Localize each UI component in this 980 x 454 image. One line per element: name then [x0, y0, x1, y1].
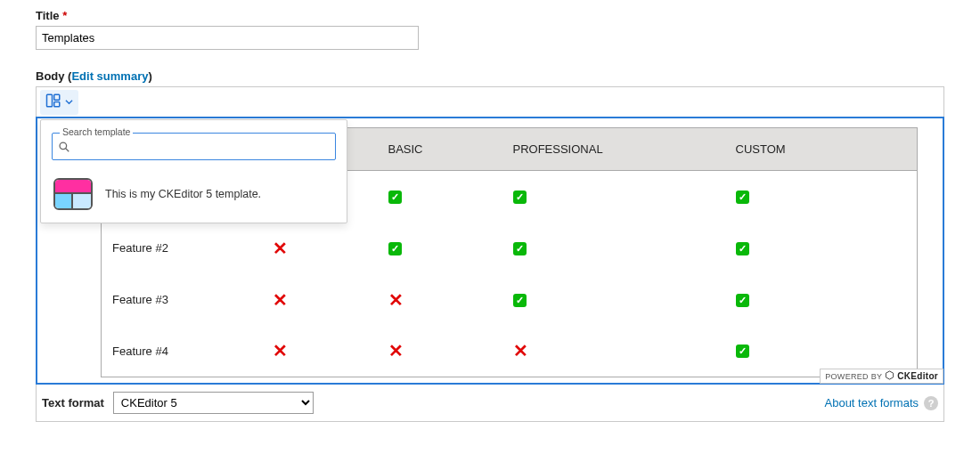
table-header-basic: BASIC	[378, 128, 502, 171]
svg-rect-2	[54, 102, 60, 107]
insert-template-button[interactable]	[40, 90, 78, 115]
svg-line-4	[66, 148, 69, 151]
text-format-select[interactable]: CKEditor 5	[113, 392, 314, 414]
template-search-field[interactable]: Search template	[52, 133, 336, 160]
basic-cell: ✓	[378, 223, 502, 274]
help-icon[interactable]: ?	[924, 396, 938, 410]
check-icon: ✓	[388, 242, 402, 255]
required-indicator: *	[62, 9, 67, 22]
edit-summary-link[interactable]: Edit summary	[71, 69, 148, 83]
ckeditor-logo-icon	[885, 370, 894, 382]
basic-cell: ✓	[378, 171, 502, 223]
cross-icon: ✕	[273, 239, 288, 258]
custom-cell: ✓	[725, 171, 918, 223]
search-icon	[58, 141, 70, 153]
powered-by-badge[interactable]: POWERED BY CKEditor	[820, 369, 943, 384]
title-input[interactable]	[36, 26, 419, 50]
check-icon: ✓	[736, 191, 749, 204]
starter-cell: ✕	[262, 274, 378, 326]
template-dropdown-panel: Search template This is my CKEditor 5 te…	[40, 119, 347, 223]
custom-cell: ✓	[725, 274, 918, 326]
starter-cell: ✕	[262, 326, 378, 377]
check-icon: ✓	[513, 242, 527, 255]
editor-footer: Text format CKEditor 5 About text format…	[36, 385, 944, 422]
template-item-description: This is my CKEditor 5 template.	[105, 188, 261, 200]
basic-cell: ✕	[378, 326, 502, 377]
professional-cell: ✓	[502, 274, 725, 326]
svg-rect-1	[54, 94, 60, 100]
feature-label-cell: Feature #2	[102, 223, 262, 274]
body-label-prefix: Body (	[36, 69, 71, 83]
check-icon: ✓	[736, 294, 749, 307]
basic-cell: ✕	[378, 274, 502, 326]
template-search-label: Search template	[60, 126, 133, 137]
check-icon: ✓	[736, 242, 749, 255]
custom-cell: ✓	[725, 223, 918, 274]
svg-point-3	[60, 142, 67, 150]
starter-cell: ✕	[262, 223, 378, 274]
cross-icon: ✕	[273, 341, 288, 361]
table-row: Feature #4✕✕✕✓	[102, 326, 918, 377]
template-search-input[interactable]	[70, 137, 330, 156]
professional-cell: ✕	[502, 326, 725, 377]
feature-label-cell: Feature #3	[102, 274, 262, 326]
powered-prefix: POWERED BY	[825, 372, 882, 381]
check-icon: ✓	[736, 345, 749, 358]
check-icon: ✓	[513, 294, 527, 307]
body-label: Body (Edit summary)	[36, 69, 944, 83]
table-header-professional: PROFESSIONAL	[502, 128, 725, 171]
table-row: Feature #2✕✓✓✓	[102, 223, 918, 274]
chevron-down-icon	[65, 95, 73, 109]
svg-marker-5	[886, 371, 894, 379]
powered-brand: CKEditor	[897, 371, 938, 381]
table-header-custom: CUSTOM	[725, 128, 918, 171]
svg-rect-0	[47, 94, 53, 107]
editor-toolbar	[37, 87, 943, 118]
editor-wrapper: Search template This is my CKEditor 5 te…	[36, 86, 944, 385]
title-label-text: Title	[36, 9, 60, 22]
check-icon: ✓	[388, 191, 402, 204]
text-format-label: Text format	[42, 396, 104, 409]
cross-icon: ✕	[388, 341, 404, 361]
cross-icon: ✕	[388, 290, 404, 310]
cross-icon: ✕	[513, 341, 528, 361]
template-thumbnail-icon	[53, 178, 93, 210]
check-icon: ✓	[513, 191, 527, 204]
table-row: Feature #3✕✕✓✓	[102, 274, 918, 326]
professional-cell: ✓	[502, 223, 725, 274]
professional-cell: ✓	[502, 171, 725, 223]
cross-icon: ✕	[273, 290, 288, 310]
body-label-suffix: )	[148, 69, 151, 83]
about-text-formats-link[interactable]: About text formats	[825, 396, 919, 409]
template-icon	[45, 93, 61, 111]
feature-label-cell: Feature #4	[102, 326, 262, 377]
template-list-item[interactable]: This is my CKEditor 5 template.	[52, 171, 336, 214]
title-label: Title *	[36, 9, 944, 22]
